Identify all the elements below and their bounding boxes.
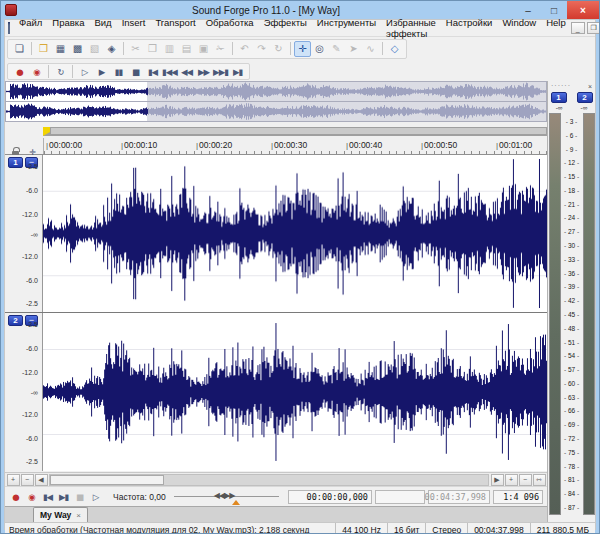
cursor-marker[interactable] xyxy=(43,127,50,136)
scroll-left-button[interactable]: ◀ xyxy=(35,474,48,486)
redo-icon[interactable]: ↷ xyxy=(253,41,270,57)
menu-item-1[interactable]: Файл xyxy=(14,17,47,39)
open-file-icon[interactable]: ❐ xyxy=(35,41,52,57)
mdi-restore-button[interactable]: ❐ xyxy=(587,22,600,34)
rewind-fast-button[interactable]: ▮◀◀ xyxy=(161,65,178,79)
forward-button[interactable]: ▶▶ xyxy=(195,65,212,79)
pause-button[interactable]: ▮▮ xyxy=(110,65,127,79)
loop-playback-button[interactable]: ↻ xyxy=(52,65,69,79)
time-ruler[interactable]: 00:00:0000:00:1000:00:2000:00:3000:00:40… xyxy=(43,138,547,154)
db-label: -∞ xyxy=(31,231,38,238)
record-remote-mini-button[interactable]: ◉ xyxy=(24,489,39,504)
db-label: -2.5 xyxy=(26,163,38,170)
record-remote-button[interactable]: ◉ xyxy=(28,65,45,79)
menu-item-5[interactable]: Transport xyxy=(150,17,200,39)
meter-scale-value: 63 xyxy=(564,395,579,401)
scrollbar-groove[interactable] xyxy=(49,474,489,486)
meter-channel-1-button[interactable]: 1 xyxy=(551,92,567,103)
play-button[interactable]: ▶ xyxy=(93,65,110,79)
envelope-tool-icon[interactable]: ∿ xyxy=(362,41,379,57)
db-label: -2.5 xyxy=(26,321,38,328)
paste-special-icon[interactable]: ▤ xyxy=(178,41,195,57)
time-ruler-row: ✛ 00:00:0000:00:1000:00:2000:00:3000:00:… xyxy=(5,138,547,155)
meter-scale-value: 69 xyxy=(564,422,579,428)
waveform-channel-1[interactable] xyxy=(43,155,547,312)
repeat-icon[interactable]: ↻ xyxy=(270,41,287,57)
free-space-cell: 211 880,5 МБ xyxy=(530,523,595,534)
menu-item-12[interactable]: Help xyxy=(541,17,571,39)
menu-item-9[interactable]: Избранные эффекты xyxy=(381,17,441,39)
mdi-minimize-button[interactable]: _ xyxy=(571,22,585,34)
meter-scale-value: 33 xyxy=(564,257,579,263)
pencil-tool-icon[interactable]: ✎ xyxy=(328,41,345,57)
close-button[interactable]: × xyxy=(567,1,599,19)
play-mini-button[interactable]: ▷ xyxy=(88,489,103,504)
waveform-channel-2[interactable] xyxy=(43,313,547,471)
document-icon xyxy=(8,22,10,34)
go-to-end-button[interactable]: ▶▮ xyxy=(229,65,246,79)
selection-end-field[interactable]: 00:04:37,998 xyxy=(428,490,490,504)
copy-icon[interactable]: ❐ xyxy=(144,41,161,57)
event-tool-icon[interactable]: ➤ xyxy=(345,41,362,57)
menu-item-3[interactable]: Вид xyxy=(89,17,116,39)
menu-item-10[interactable]: Настройки xyxy=(441,17,498,39)
scrub-slider-handle[interactable]: ◀◀▶▶ xyxy=(214,491,235,500)
position-track[interactable] xyxy=(43,127,547,136)
menu-item-4[interactable]: Insert xyxy=(117,17,151,39)
channel-1: 1 − -2.5-6.0-12.0-∞-12.0-6.0-2.5 xyxy=(5,155,547,313)
go-to-start-button[interactable]: ▮◀ xyxy=(144,65,161,79)
channel-1-button[interactable]: 1 xyxy=(8,157,23,168)
document-tab[interactable]: My Way × xyxy=(33,507,88,522)
save-icon[interactable]: ▦ xyxy=(52,41,69,57)
go-to-start-mini-button[interactable]: ▮◀ xyxy=(40,489,55,504)
selection-start-field[interactable] xyxy=(375,490,425,504)
cut-icon[interactable]: ✂ xyxy=(127,41,144,57)
panel-drag-handle[interactable]: ······ xyxy=(551,84,571,88)
rewind-button[interactable]: ◀◀ xyxy=(178,65,195,79)
overview-bar[interactable] xyxy=(5,81,547,126)
db-label: -12.0 xyxy=(22,253,38,260)
panel-close-icon[interactable]: × xyxy=(588,83,592,90)
channel-2-button[interactable]: 2 xyxy=(8,315,23,326)
play-all-button[interactable]: ▷ xyxy=(76,65,93,79)
scrollbar-thumb[interactable] xyxy=(50,475,164,485)
stop-button[interactable]: ■ xyxy=(127,65,144,79)
save-as-icon[interactable]: ▩ xyxy=(69,41,86,57)
save-all-icon[interactable]: ▧ xyxy=(86,41,103,57)
record-mini-button[interactable]: ● xyxy=(8,489,23,504)
menu-item-2[interactable]: Правка xyxy=(47,17,89,39)
go-to-end-mini-button[interactable]: ▶▮ xyxy=(56,489,71,504)
meter-scale-value: 81 xyxy=(564,477,579,483)
menu-item-7[interactable]: Эффекты xyxy=(259,17,312,39)
zoom-in-button[interactable]: + xyxy=(7,474,20,486)
paste-icon[interactable]: ▥ xyxy=(161,41,178,57)
stop-mini-button[interactable]: ■ xyxy=(72,489,87,504)
zoom-ratio-field[interactable]: 1:4 096 xyxy=(493,490,543,504)
zoom-fit-button[interactable]: ⇿ xyxy=(533,474,546,486)
meter-channel-2-button[interactable]: 2 xyxy=(577,92,593,103)
trim-crop-icon[interactable]: ✁ xyxy=(212,41,229,57)
zoom-out-button[interactable]: − xyxy=(21,474,34,486)
menu-item-8[interactable]: Инструменты xyxy=(312,17,381,39)
scrub-slider[interactable]: ◀◀▶▶ xyxy=(174,489,279,505)
magnify-tool-icon[interactable]: ◎ xyxy=(311,41,328,57)
zoom-out-time-button[interactable]: − xyxy=(519,474,532,486)
ruler-label: 00:00:00 xyxy=(46,140,82,150)
new-file-icon[interactable]: ❏ xyxy=(11,41,28,57)
auto-snapshot-icon[interactable]: ◇ xyxy=(386,41,403,57)
cursor-position-field[interactable]: 00:00:00,000 xyxy=(288,490,372,504)
position-bar[interactable] xyxy=(5,126,547,138)
undo-icon[interactable]: ↶ xyxy=(236,41,253,57)
menu-item-11[interactable]: Window xyxy=(497,17,541,39)
record-button[interactable]: ● xyxy=(11,65,28,79)
paste-to-new-icon[interactable]: ▣ xyxy=(195,41,212,57)
menu-item-6[interactable]: Обработка xyxy=(201,17,259,39)
scroll-right-button[interactable]: ▶ xyxy=(491,474,504,486)
toolbar-separator xyxy=(48,65,49,78)
edit-tool-icon[interactable]: ✛ xyxy=(294,41,311,57)
zoom-in-time-button[interactable]: + xyxy=(505,474,518,486)
render-as-icon[interactable]: ◈ xyxy=(103,41,120,57)
tab-close-icon[interactable]: × xyxy=(76,511,81,520)
forward-fast-button[interactable]: ▶▶▮ xyxy=(212,65,229,79)
overview-waveform[interactable] xyxy=(5,81,547,122)
